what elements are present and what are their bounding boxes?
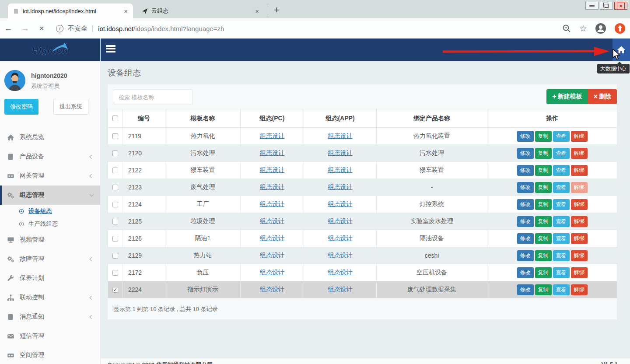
stop-loading-icon[interactable]: × [33, 24, 50, 33]
sidebar-subitem-1[interactable]: 生产线组态 [0, 217, 100, 230]
unbind-action-button[interactable]: 解绑 [571, 216, 588, 227]
edit-action-button[interactable]: 修改 [517, 148, 534, 159]
unbind-action-button[interactable]: 解绑 [571, 165, 588, 176]
copy-action-button[interactable]: 复制 [535, 267, 552, 278]
row-checkbox[interactable] [112, 236, 118, 242]
app-config-design-link[interactable]: 组态设计 [328, 183, 353, 190]
new-tab-button[interactable]: + [274, 4, 280, 17]
app-config-design-link[interactable]: 组态设计 [328, 234, 353, 242]
sidebar-item-9[interactable]: 短信管理 [0, 326, 100, 346]
unbind-action-button[interactable]: 解绑 [571, 131, 588, 142]
unbind-action-button[interactable]: 解绑 [571, 148, 588, 159]
sidebar-item-8[interactable]: 消息通知 [0, 307, 100, 326]
copy-action-button[interactable]: 复制 [535, 199, 552, 210]
change-password-button[interactable]: 修改密码 [4, 99, 38, 115]
hamburger-menu-icon[interactable] [106, 45, 116, 52]
big-data-center-button[interactable] [612, 38, 630, 61]
select-all-checkbox[interactable] [112, 116, 118, 121]
view-action-button[interactable]: 查看 [553, 250, 570, 261]
pc-config-design-link[interactable]: 组态设计 [260, 234, 284, 242]
row-checkbox[interactable] [112, 185, 118, 190]
row-checkbox[interactable] [112, 150, 118, 156]
unbind-action-button[interactable]: 解绑 [571, 284, 588, 295]
row-checkbox[interactable] [112, 253, 118, 259]
tab-close-icon[interactable]: × [255, 8, 259, 14]
copy-action-button[interactable]: 复制 [535, 233, 552, 244]
edit-action-button[interactable]: 修改 [517, 267, 534, 278]
window-minimize-button[interactable] [585, 2, 598, 10]
view-action-button[interactable]: 查看 [553, 267, 570, 278]
sidebar-subitem-0[interactable]: 设备组态 [0, 205, 100, 217]
sidebar-item-10[interactable]: 空间管理 [0, 346, 100, 364]
unbind-action-button[interactable]: 解绑 [571, 250, 588, 261]
copy-action-button[interactable]: 复制 [535, 148, 552, 159]
sidebar-item-0[interactable]: 系统总览 [0, 128, 100, 147]
unbind-action-button[interactable]: 解绑 [571, 233, 588, 244]
view-action-button[interactable]: 查看 [553, 216, 570, 227]
sidebar-item-2[interactable]: 网关管理 [0, 166, 100, 186]
view-action-button[interactable]: 查看 [553, 165, 570, 176]
edit-action-button[interactable]: 修改 [517, 250, 534, 261]
extension-top-icon[interactable] [614, 23, 626, 34]
sidebar-item-6[interactable]: 保养计划 [0, 269, 100, 288]
pc-config-design-link[interactable]: 组态设计 [260, 200, 284, 207]
zoom-out-icon[interactable] [562, 24, 571, 33]
delete-button[interactable]: ×删除 [588, 89, 617, 104]
window-close-button[interactable]: × [614, 2, 627, 10]
unbind-action-button[interactable]: 解绑 [571, 199, 588, 210]
browser-tab-cloud[interactable]: 云组态 × [136, 4, 264, 18]
forward-icon[interactable]: → [17, 24, 33, 33]
view-action-button[interactable]: 查看 [553, 233, 570, 244]
app-config-design-link[interactable]: 组态设计 [328, 166, 353, 173]
view-action-button[interactable]: 查看 [553, 199, 570, 210]
row-checkbox[interactable] [112, 202, 118, 207]
sidebar-item-4[interactable]: 视频管理 [0, 230, 100, 249]
edit-action-button[interactable]: 修改 [517, 216, 534, 227]
copy-action-button[interactable]: 复制 [535, 131, 552, 142]
bookmark-star-icon[interactable]: ☆ [579, 23, 587, 34]
app-config-design-link[interactable]: 组态设计 [328, 252, 353, 259]
edit-action-button[interactable]: 修改 [517, 199, 534, 210]
copy-action-button[interactable]: 复制 [535, 284, 552, 295]
sidebar-item-7[interactable]: 联动控制 [0, 288, 100, 307]
info-icon[interactable]: i [56, 25, 63, 32]
pc-config-design-link[interactable]: 组态设计 [260, 132, 284, 139]
unbind-action-button[interactable]: 解绑 [571, 182, 588, 193]
app-config-design-link[interactable]: 组态设计 [328, 132, 353, 139]
app-config-design-link[interactable]: 组态设计 [328, 269, 353, 276]
row-checkbox[interactable] [112, 219, 118, 224]
logout-button[interactable]: 退出系统 [53, 99, 88, 115]
row-checkbox[interactable] [112, 133, 118, 139]
pc-config-design-link[interactable]: 组态设计 [260, 166, 284, 173]
view-action-button[interactable]: 查看 [553, 148, 570, 159]
back-icon[interactable]: ← [0, 24, 17, 33]
browser-tab-current[interactable]: iot.idosp.net/idosp/index.html × [8, 4, 133, 18]
url-field[interactable]: i 不安全 | iot.idosp.net /idosp/index.html?… [56, 24, 554, 33]
edit-action-button[interactable]: 修改 [517, 284, 534, 295]
row-checkbox[interactable]: ✓ [112, 287, 118, 293]
pc-config-design-link[interactable]: 组态设计 [260, 252, 284, 259]
tab-close-icon[interactable]: × [124, 8, 128, 14]
copy-action-button[interactable]: 复制 [535, 250, 552, 261]
app-config-design-link[interactable]: 组态设计 [328, 286, 353, 293]
view-action-button[interactable]: 查看 [553, 182, 570, 193]
pc-config-design-link[interactable]: 组态设计 [260, 183, 284, 190]
row-checkbox[interactable] [112, 270, 118, 276]
copy-action-button[interactable]: 复制 [535, 182, 552, 193]
row-checkbox[interactable] [112, 168, 118, 173]
sidebar-item-1[interactable]: 产品设备 [0, 147, 100, 166]
pc-config-design-link[interactable]: 组态设计 [260, 269, 284, 276]
view-action-button[interactable]: 查看 [553, 131, 570, 142]
view-action-button[interactable]: 查看 [553, 284, 570, 295]
app-config-design-link[interactable]: 组态设计 [328, 217, 353, 224]
edit-action-button[interactable]: 修改 [517, 165, 534, 176]
edit-action-button[interactable]: 修改 [517, 233, 534, 244]
unbind-action-button[interactable]: 解绑 [571, 267, 588, 278]
template-search-input[interactable] [114, 89, 192, 105]
edit-action-button[interactable]: 修改 [517, 131, 534, 142]
edit-action-button[interactable]: 修改 [517, 182, 534, 193]
pc-config-design-link[interactable]: 组态设计 [260, 286, 284, 293]
app-config-design-link[interactable]: 组态设计 [328, 200, 353, 207]
new-template-button[interactable]: +新建模板 [546, 89, 588, 104]
window-restore-button[interactable] [600, 2, 613, 10]
